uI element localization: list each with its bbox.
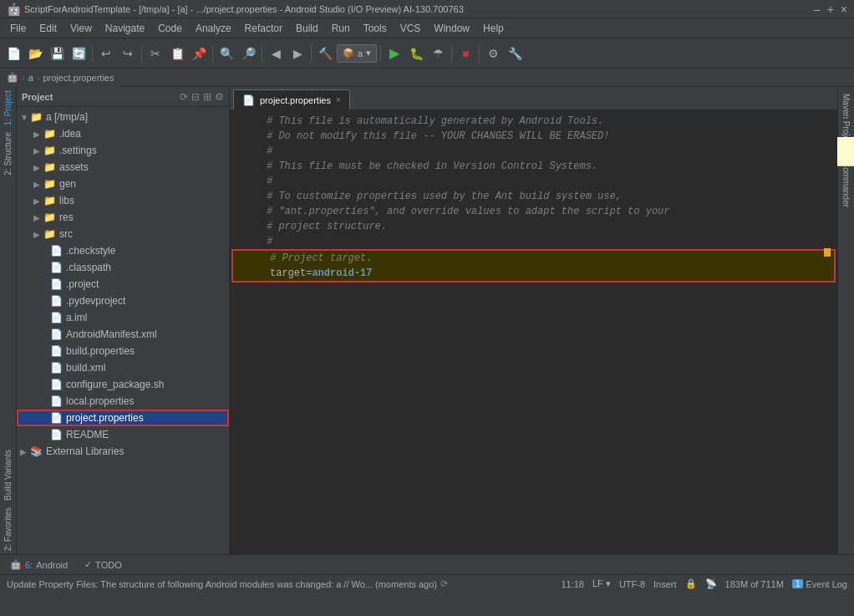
tree-src[interactable]: ▶ 📁 src [17,226,229,242]
code-line-9: # [230,234,837,249]
title-bar-controls[interactable]: – + × [814,3,847,16]
toolbar-open-button[interactable]: 📂 [25,43,45,64]
minimize-button[interactable]: – [814,3,821,16]
tree-root[interactable]: ▼ 📁 a [/tmp/a] [17,109,229,125]
toolbar-new-button[interactable]: 📄 [3,43,23,64]
close-button[interactable]: × [841,3,847,16]
toolbar-forward-button[interactable]: ▶ [287,43,308,64]
status-lock-icon: 🔒 [685,578,697,589]
event-log-label[interactable]: Event Log [806,579,847,589]
main-layout: 1: Project 2: Structure Build Variants 2… [0,87,854,554]
editor-tab-project-properties[interactable]: 📄 project.properties × [233,89,350,109]
line-content-6: # To customize properties used by the An… [263,189,622,204]
status-mode[interactable]: Insert [653,579,677,589]
menu-item-tools[interactable]: Tools [357,21,394,36]
toolbar-redo-button[interactable]: ↪ [118,43,138,64]
menu-item-build[interactable]: Build [289,21,325,36]
tree-manifest[interactable]: ▶ 📄 AndroidManifest.xml [17,326,229,343]
event-log-section[interactable]: 1 Event Log [792,579,847,589]
tree-idea[interactable]: ▶ 📁 .idea [17,125,229,142]
editor-content[interactable]: # This file is automatically generated b… [230,110,837,554]
toolbar-copy-button[interactable]: 📋 [167,43,187,64]
menu-item-analyze[interactable]: Analyze [189,21,238,36]
menu-item-code[interactable]: Code [151,21,189,36]
tree-readme[interactable]: ▶ 📄 README [17,426,229,443]
toolbar-module-dropdown[interactable]: 📦 a ▾ [337,44,377,63]
breadcrumb-project[interactable]: a [28,73,33,83]
sidebar-tab-build-variants[interactable]: Build Variants [2,446,14,504]
tree-project[interactable]: ▶ 📄 .project [17,276,229,293]
tab-close-button[interactable]: × [336,95,341,104]
toolbar-sdk-button[interactable]: ⚙ [483,43,503,64]
menu-item-view[interactable]: View [64,21,99,36]
tree-external-libs[interactable]: ▶ 📚 External Libraries [17,443,229,460]
chevron-down-icon: ▾ [366,48,371,59]
toolbar-paste-button[interactable]: 📌 [189,43,209,64]
toolbar-debug-button[interactable]: 🐛 [406,43,426,64]
status-encoding[interactable]: UTF-8 [619,579,645,589]
menu-item-window[interactable]: Window [427,21,476,36]
sidebar-tab-project[interactable]: 1: Project [2,87,14,129]
toolbar-stop-button[interactable]: ■ [455,43,475,64]
tree-aiml[interactable]: ▶ 📄 a.iml [17,309,229,326]
tree-build-properties[interactable]: ▶ 📄 build.properties [17,343,229,359]
panel-collapse-icon[interactable]: ⊟ [191,91,200,103]
menu-item-run[interactable]: Run [325,21,357,36]
status-line-sep[interactable]: LF ▾ [592,578,611,589]
tree-local-properties[interactable]: ▶ 📄 local.properties [17,393,229,410]
menu-item-file[interactable]: File [3,21,33,36]
toolbar-build-button[interactable]: 🔨 [315,43,335,64]
toolbar-run-button[interactable]: ▶ [384,43,404,64]
panel-sync-icon[interactable]: ⟳ [180,91,188,103]
toolbar-undo-button[interactable]: ↩ [96,43,116,64]
toolbar-separator-4 [262,45,262,62]
toolbar-separator-3 [212,45,213,62]
toolbar-back-button[interactable]: ◀ [266,43,286,64]
tree-gen-label: gen [59,178,76,190]
line-num-4 [230,159,263,174]
tree-libs[interactable]: ▶ 📁 libs [17,192,229,209]
tree-gen[interactable]: ▶ 📁 gen [17,176,229,192]
maximize-button[interactable]: + [827,3,834,16]
tree-classpath[interactable]: ▶ 📄 .classpath [17,259,229,276]
menu-item-edit[interactable]: Edit [33,21,64,36]
toolbar-replace-button[interactable]: 🔎 [238,43,258,64]
panel-expand-icon[interactable]: ⊞ [203,91,211,103]
toolbar-coverage-button[interactable]: ☂ [428,43,448,64]
menu-item-vcs[interactable]: VCS [394,21,428,36]
status-time[interactable]: 11:18 [561,579,584,589]
menu-item-navigate[interactable]: Navigate [99,21,151,36]
sidebar-tab-favorites[interactable]: 2: Favorites [2,504,14,554]
toolbar-settings-button[interactable]: 🔧 [505,43,525,64]
toolbar-save-button[interactable]: 💾 [47,43,67,64]
sidebar-tab-structure[interactable]: 2: Structure [2,129,14,179]
toolbar-cut-button[interactable]: ✂ [145,43,165,64]
toolbar-find-button[interactable]: 🔍 [216,43,236,64]
toolbar-sync-button[interactable]: 🔄 [69,43,89,64]
tree-assets[interactable]: ▶ 📁 assets [17,159,229,176]
status-bar: Update Property Files: The structure of … [0,574,854,593]
status-memory[interactable]: 183M of 711M [725,579,784,589]
highlighted-code-block: # Project target. target=android-17 [231,249,836,283]
tree-libs-label: libs [59,195,74,206]
line-num-5 [230,174,263,189]
bottom-tab-todo[interactable]: ✓ TODO [78,557,129,573]
tree-pydevproject[interactable]: ▶ 📄 .pydevproject [17,293,229,309]
title-bar: 🤖 ScriptForAndroidTemplate - [/tmp/a] - … [0,0,854,18]
line-num-10 [233,251,267,266]
menu-item-refactor[interactable]: Refactor [238,21,289,36]
breadcrumb-file[interactable]: project.properties [43,73,114,83]
ext-libs-arrow: ▶ [20,447,30,456]
menu-item-help[interactable]: Help [476,21,511,36]
tree-project-properties[interactable]: ▶ 📄 project.properties [17,410,229,426]
folder-icon: 📁 [43,161,57,173]
tree-build-xml[interactable]: ▶ 📄 build.xml [17,359,229,376]
tree-checkstyle[interactable]: ▶ 📄 .checkstyle [17,242,229,259]
status-spinner-icon: ⟳ [440,578,448,589]
tree-settings[interactable]: ▶ 📁 .settings [17,142,229,159]
tree-configure[interactable]: ▶ 📄 configure_package.sh [17,376,229,393]
panel-settings-icon[interactable]: ⚙ [215,91,224,103]
line-num-6 [230,189,263,204]
tree-res[interactable]: ▶ 📁 res [17,209,229,226]
bottom-tab-android[interactable]: 🤖 6: Android [3,557,74,573]
